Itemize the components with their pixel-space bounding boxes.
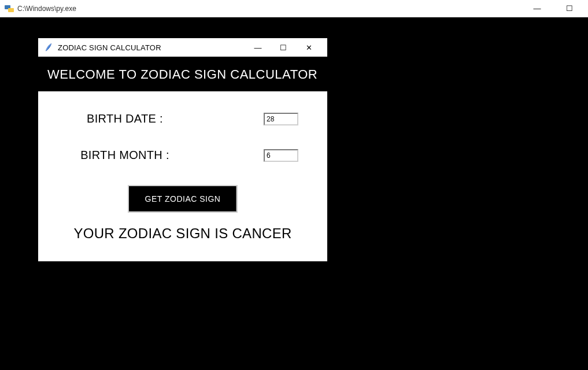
console-titlebar[interactable]: C:\Windows\py.exe — ☐ [0, 0, 588, 17]
close-button[interactable]: ✕ [296, 43, 321, 52]
button-row: GET ZODIAC SIGN [50, 185, 316, 213]
app-title: ZODIAC SIGN CALCULATOR [58, 43, 245, 52]
console-client-area: ZODIAC SIGN CALCULATOR — ☐ ✕ WELCOME TO … [0, 17, 588, 370]
console-window-controls: — ☐ [527, 4, 583, 13]
birth-date-input[interactable] [264, 113, 298, 125]
birth-date-label: BIRTH DATE : [50, 112, 200, 125]
get-zodiac-button[interactable]: GET ZODIAC SIGN [128, 185, 238, 213]
welcome-banner: WELCOME TO ZODIAC SIGN CALCULATOR [38, 57, 327, 91]
minimize-button[interactable]: — [245, 43, 271, 52]
app-window-controls: — ☐ ✕ [245, 43, 321, 52]
maximize-button[interactable]: ☐ [271, 43, 296, 52]
app-titlebar[interactable]: ZODIAC SIGN CALCULATOR — ☐ ✕ [38, 38, 327, 57]
minimize-button[interactable]: — [527, 4, 548, 13]
birth-month-input[interactable] [264, 149, 298, 162]
svg-rect-1 [8, 8, 14, 12]
birth-date-row: BIRTH DATE : [50, 112, 316, 125]
app-window: ZODIAC SIGN CALCULATOR — ☐ ✕ WELCOME TO … [38, 38, 327, 261]
python-launcher-icon [5, 4, 14, 13]
form-area: BIRTH DATE : BIRTH MONTH : GET ZODIAC SI… [38, 91, 327, 261]
console-window: C:\Windows\py.exe — ☐ ZODIAC SIGN CALCUL… [0, 0, 588, 370]
result-label: YOUR ZODIAC SIGN IS CANCER [50, 222, 316, 252]
birth-month-label: BIRTH MONTH : [50, 149, 200, 162]
birth-month-row: BIRTH MONTH : [50, 149, 316, 162]
maximize-button[interactable]: ☐ [559, 4, 580, 13]
console-title: C:\Windows\py.exe [17, 5, 527, 13]
tk-feather-icon [44, 43, 53, 52]
